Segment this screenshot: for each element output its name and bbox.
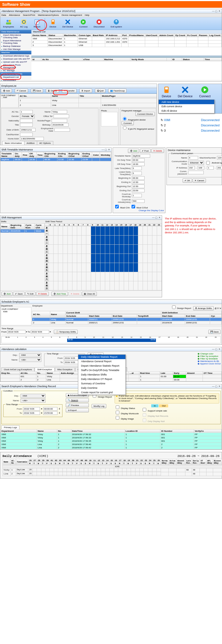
s-ssc[interactable] (143, 408, 146, 412)
s-name[interactable]: <All> (21, 398, 46, 403)
tb-exit[interactable]: Exit system (109, 18, 124, 29)
el-import[interactable]: ⬇ Import (79, 89, 92, 93)
menubar[interactable]: Data Attendance Search/Print Maintenance… (0, 13, 222, 17)
calc-dep[interactable]: XIMI (19, 353, 41, 357)
dm-ip1[interactable] (188, 166, 195, 170)
menu-edit-device[interactable]: Edit current device (159, 104, 214, 109)
device-menu[interactable]: Add new device Edit current device Edit … (158, 99, 215, 113)
emp-grid[interactable]: AC No.NameTitleMobile/Pager1Vicky2Lina1:… (19, 94, 157, 108)
conndev-btn[interactable]: Connect Device (135, 112, 155, 116)
el-save[interactable]: 💾 Save (31, 89, 43, 93)
card-input[interactable] (20, 133, 33, 136)
change-color-link[interactable]: Change the Display Color (139, 209, 164, 212)
el-cancel[interactable]: ↶ Cancel (15, 89, 28, 93)
dm-ip2[interactable] (198, 166, 204, 170)
dm-commmode[interactable]: Ethernet (188, 161, 204, 165)
tt-ei[interactable] (132, 180, 145, 184)
tt-grid[interactable]: Timetable NameOn-dutyFineOff-dutyTimeBeg… (0, 152, 111, 161)
side-duser[interactable]: Download user info and FP (0, 57, 31, 60)
link-filter-ex[interactable]: ◉ Filter by exception (198, 355, 221, 357)
dm-ip4[interactable] (217, 166, 222, 170)
bday-input[interactable] (52, 123, 69, 127)
calc-tab-0[interactable]: Clock In/Out Log Exceptions (1, 367, 34, 371)
tt-cw[interactable] (132, 194, 142, 197)
calc-tab-1[interactable]: Shift Exception (35, 367, 54, 371)
window-controls[interactable]: — ▢ ✕ (212, 10, 221, 12)
tb-deldevice[interactable]: Del Device (61, 18, 75, 29)
temp-shifts-btn[interactable]: 📋 Temporary Shifts (54, 330, 78, 334)
side-acmg[interactable]: AC Manage (0, 69, 31, 72)
menu-device[interactable]: Device management (62, 14, 82, 16)
dob-input[interactable] (20, 128, 36, 132)
tt-add[interactable]: ➕ Add (128, 149, 139, 153)
link-color[interactable]: ◉ Change color (198, 352, 221, 355)
s-to[interactable] (23, 411, 40, 415)
tab-basic[interactable]: Basic Information (2, 141, 24, 145)
menu-add-device[interactable]: Add new device (159, 100, 214, 104)
dm-name[interactable] (188, 156, 198, 160)
menu-data[interactable]: Data (1, 14, 6, 16)
calc-tab-2[interactable]: Misc Exception (55, 367, 75, 371)
addr-input[interactable] (20, 137, 44, 140)
mob-input[interactable] (52, 119, 67, 122)
tt-eo[interactable] (132, 189, 145, 192)
report-menu[interactable]: Daily Attendance Statistic ReportAttenda… (78, 354, 126, 395)
sm-edit[interactable]: ✎ Edit (25, 292, 36, 296)
edate-input[interactable] (54, 128, 70, 132)
side-uuser[interactable]: Upload user info and FP (0, 60, 31, 63)
menu-help[interactable]: Help (85, 14, 89, 16)
sm-save[interactable]: ✔ Save (13, 292, 24, 296)
machine-list-tab[interactable]: Machine List (31, 30, 222, 34)
el-facegroup[interactable]: 👥 FaceGroup (108, 89, 127, 93)
dm-pw[interactable] (188, 171, 204, 174)
sched-from[interactable] (7, 330, 26, 334)
sm-period-grid[interactable]: 01234567891011121314151617181920212223 星… (45, 223, 162, 290)
tt-bi[interactable] (132, 176, 145, 180)
tt-post[interactable]: ✔ Post (140, 149, 151, 153)
menu-edit-all[interactable]: Edit All device (159, 109, 214, 113)
sched-dr[interactable] (172, 305, 176, 309)
el-add[interactable]: ➕ Add (1, 89, 12, 93)
zoom-device[interactable]: Device (158, 84, 175, 99)
dm-ip3[interactable] (207, 166, 214, 170)
menu-search[interactable]: Search/Print (23, 14, 35, 16)
tt-mcin[interactable] (115, 205, 119, 208)
tt-on[interactable] (132, 158, 145, 162)
side-usb[interactable]: Usb Disk Manage (0, 48, 31, 51)
tb-device[interactable]: Device (48, 18, 58, 29)
s-tt[interactable] (43, 411, 57, 415)
acno-input[interactable] (20, 110, 33, 114)
dm-android[interactable] (206, 161, 210, 165)
s-search[interactable]: 🔍 Search (66, 398, 89, 402)
sm-shifts-grid[interactable]: NameBeginning DateCycle NumCycle UnitNor… (0, 223, 45, 233)
tb-employees[interactable]: Employees (1, 18, 16, 29)
machine-grid[interactable]: Device NameStatusMachineNo.Comm typeBaud… (31, 34, 222, 47)
dm-cancel[interactable]: ✕ Cancel (193, 178, 206, 183)
sm-addtime[interactable]: ➕ Add Time (51, 292, 68, 296)
s-dw[interactable] (116, 411, 119, 414)
zoom-connect[interactable]: Connect (196, 84, 214, 99)
tt-close[interactable]: — ▢ ✕ (102, 148, 110, 151)
s-from[interactable] (23, 407, 40, 411)
calc-name[interactable]: <All> (19, 358, 41, 362)
tt-mcout[interactable] (132, 205, 135, 208)
side-export[interactable]: Export Attendance Checking Data (0, 39, 31, 45)
s-ft[interactable] (43, 407, 57, 411)
menu-maint[interactable]: Maintenance/Options (38, 14, 59, 16)
title-input[interactable] (20, 123, 33, 127)
el-quit[interactable]: ⏻ Quit (95, 89, 106, 93)
tt-off[interactable] (132, 162, 145, 166)
tab-acopt[interactable]: AC Options (37, 141, 53, 145)
tt-bo[interactable] (132, 185, 145, 188)
tt-delete[interactable]: ✕ Delete (151, 149, 164, 153)
pl-tab[interactable]: Primary Logs (1, 425, 19, 429)
menu-attendance[interactable]: Attendance (9, 14, 20, 16)
tt-cm[interactable] (132, 199, 145, 203)
fp-radio[interactable] (123, 117, 127, 121)
office-input[interactable] (54, 114, 69, 118)
dm-ok[interactable]: ✔ OK (183, 178, 192, 183)
tb-aclog[interactable]: AC Log (19, 18, 29, 29)
bottom-grid[interactable]: IdAc NoNamesTimeMachineVerify ModeIDStat… (31, 58, 222, 61)
sm-deltime[interactable]: ✕ Delete (69, 292, 81, 296)
name-input[interactable] (52, 110, 67, 114)
